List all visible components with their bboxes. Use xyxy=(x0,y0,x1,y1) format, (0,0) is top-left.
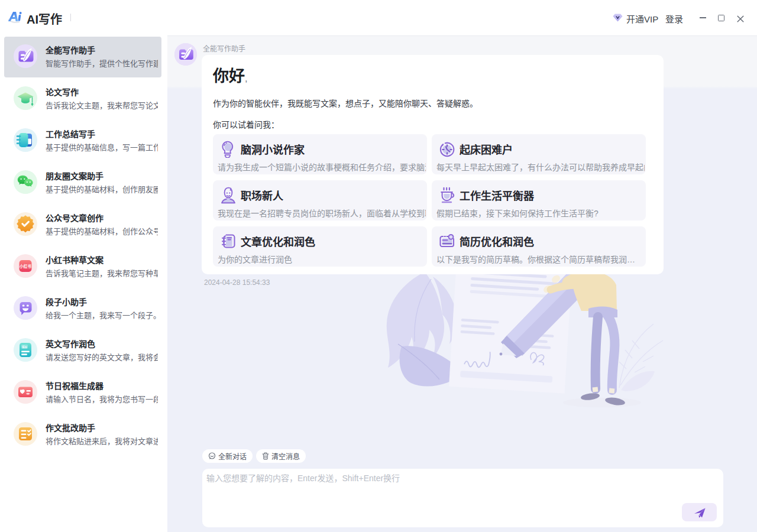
svg-text:En: En xyxy=(22,345,27,349)
svg-text:小红书: 小红书 xyxy=(20,264,31,269)
